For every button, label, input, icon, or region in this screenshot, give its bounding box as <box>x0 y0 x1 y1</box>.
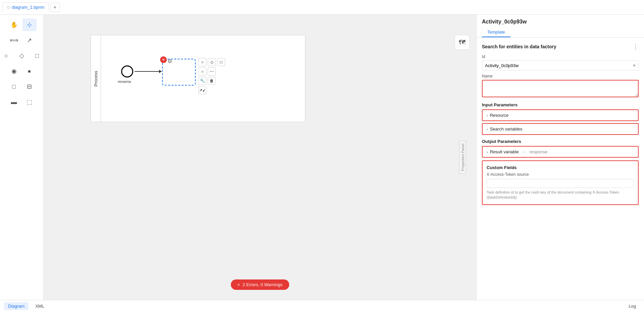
result-value: response <box>530 149 547 154</box>
ctx-arrows[interactable]: ↗↙ <box>198 86 206 94</box>
name-field-wrapper: Name <box>482 74 639 98</box>
props-tab-bar: Activity_0c0p93w Template <box>477 15 644 38</box>
props-tabs: Template <box>482 28 639 37</box>
rect-tool[interactable]: □ <box>30 49 44 62</box>
id-clear-button[interactable]: × <box>633 63 636 68</box>
tab-dot <box>7 6 10 9</box>
dashed-rect-tool[interactable]: ⬚ <box>22 96 37 108</box>
bpmn-canvas[interactable]: Process початок × ⚙ ○ ◇ □ <box>91 35 305 122</box>
tab-label: diagram_1.bpmn <box>12 5 45 10</box>
circle-bold-tool[interactable]: ● <box>22 65 37 77</box>
tool-row-4: ◉ ● <box>6 64 38 79</box>
lane-label: Process <box>91 35 101 122</box>
ctx-circle[interactable]: ○ <box>198 58 206 66</box>
ctx-row-4: ↗↙ <box>198 86 225 94</box>
circle-thick-tool[interactable]: ◉ <box>7 65 21 77</box>
ctx-row-2: ○ ⋯ <box>198 67 225 75</box>
tool-row-5: □ ⊟ <box>6 79 38 94</box>
rect2-tool[interactable]: □ <box>7 80 21 93</box>
result-variable-label: Result variable <box>490 149 519 154</box>
error-label: 2 Errors, 0 Warnings <box>243 282 283 287</box>
bpmn-inner: початок × ⚙ ○ ◇ □ ○ ⋯ <box>101 35 305 122</box>
task-gear-icon: ⚙ <box>167 58 172 64</box>
custom-fields-box: Custom Fields X-Access-Token source Task… <box>482 160 639 205</box>
canvas-area[interactable]: 🗺 Process початок × ⚙ ○ <box>44 15 476 300</box>
move-tool[interactable]: ⟺ <box>7 34 21 47</box>
resource-label: Resource <box>490 113 509 118</box>
bottom-bar: Diagram XML Log <box>0 300 644 312</box>
add-tab-button[interactable]: + <box>50 3 60 12</box>
xml-bottom-tab[interactable]: XML <box>31 302 48 310</box>
tool-row-3: ○ ◇ □ <box>0 48 46 63</box>
ctx-dots[interactable]: ⋯ <box>208 67 216 75</box>
ctx-row-1: ○ ◇ □ <box>198 58 225 66</box>
section-menu-btn[interactable]: ⋮ <box>633 43 639 50</box>
id-label: Id <box>482 54 639 59</box>
circle-event-tool[interactable]: ○ <box>0 49 13 62</box>
tab-template[interactable]: Template <box>482 28 510 37</box>
props-content: Search for entities in data factory ⋮ Id… <box>477 38 644 300</box>
tool-row-6: ▬ ⬚ <box>6 95 38 109</box>
tool-row-2: ⟺ ↗ <box>6 33 38 48</box>
properties-panel-wrapper: Properties Panel Activity_0c0p93w Templa… <box>476 15 644 300</box>
custom-field-1-label: X-Access-Token source <box>487 172 634 177</box>
name-input[interactable] <box>482 80 639 97</box>
rect3-tool[interactable]: ▬ <box>7 96 21 108</box>
input-params-title: Input Parameters <box>482 102 639 107</box>
diagram-bottom-tab[interactable]: Diagram <box>4 302 29 310</box>
ctx-wrench[interactable]: 🔧 <box>198 77 206 85</box>
section-title: Search for entities in data factory <box>482 44 556 49</box>
properties-panel-side-label: Properties Panel <box>459 141 466 174</box>
start-event-label: початок <box>118 80 131 84</box>
ctx-diamond[interactable]: ◇ <box>208 58 216 66</box>
select-tool[interactable]: ⊹ <box>22 18 37 31</box>
ctx-rect[interactable]: □ <box>217 58 225 66</box>
result-chevron: › <box>487 150 488 154</box>
properties-panel: Activity_0c0p93w Template Search for ent… <box>476 15 644 300</box>
log-button[interactable]: Log <box>625 302 640 310</box>
result-variable-accordion[interactable]: › Result variable → response <box>482 146 639 158</box>
hand-tool[interactable]: ✋ <box>7 18 21 31</box>
search-variables-label: Search variables <box>490 126 523 132</box>
section-header: Search for entities in data factory ⋮ <box>482 43 639 50</box>
db-tool[interactable]: ⊟ <box>22 80 37 93</box>
sequence-flow <box>135 71 161 72</box>
main-area: ✋ ⊹ ⟺ ↗ ○ ◇ □ ◉ ● □ ⊟ ▬ ⬚ 🗺 <box>0 15 644 300</box>
custom-field-1-hint: Task definition id to get the ceph key o… <box>487 190 634 200</box>
ctx-row-3: 🔧 🗑 <box>198 77 225 85</box>
result-arrow: → <box>522 150 526 154</box>
resource-accordion[interactable]: › Resource <box>482 109 639 121</box>
start-event[interactable] <box>121 65 133 77</box>
left-toolbar: ✋ ⊹ ⟺ ↗ ○ ◇ □ ◉ ● □ ⊟ ▬ ⬚ <box>0 15 44 300</box>
top-bar: diagram_1.bpmn + <box>0 0 644 15</box>
diamond-tool[interactable]: ◇ <box>15 49 29 62</box>
ctx-trash[interactable]: 🗑 <box>208 77 216 85</box>
name-label: Name <box>482 74 639 79</box>
error-icon: × <box>237 282 240 287</box>
context-toolbar: ○ ◇ □ ○ ⋯ 🔧 🗑 ↗↙ <box>198 58 225 94</box>
custom-fields-title: Custom Fields <box>487 165 634 170</box>
map-icon-button[interactable]: 🗺 <box>455 35 469 50</box>
error-bar[interactable]: × 2 Errors, 0 Warnings <box>231 279 289 290</box>
id-field[interactable]: Activity_0c0p93w × <box>482 60 639 70</box>
task-box[interactable] <box>162 59 196 86</box>
diagram-tab[interactable]: diagram_1.bpmn <box>3 2 49 12</box>
ctx-circle2[interactable]: ○ <box>198 67 206 75</box>
search-variables-chevron: › <box>487 127 488 131</box>
resource-chevron: › <box>487 113 488 117</box>
search-variables-accordion[interactable]: › Search variables <box>482 123 639 135</box>
custom-field-1-input[interactable] <box>487 179 634 188</box>
task-error-badge: × <box>160 56 167 63</box>
props-title: Activity_0c0p93w <box>482 19 639 25</box>
connect-tool[interactable]: ↗ <box>22 34 37 47</box>
tool-row-1: ✋ ⊹ <box>6 17 38 32</box>
id-value: Activity_0c0p93w <box>485 63 518 68</box>
output-params-title: Output Parameters <box>482 139 639 144</box>
